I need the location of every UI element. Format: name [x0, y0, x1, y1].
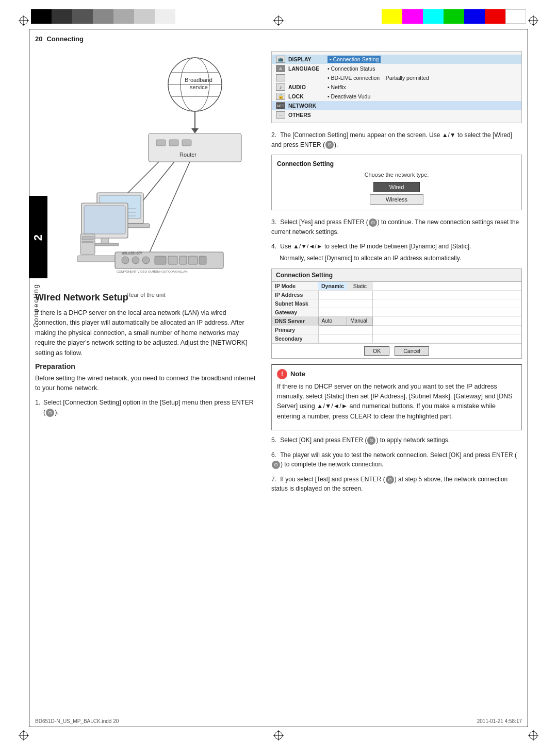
svg-marker-6 [191, 128, 199, 133]
rear-of-unit-label: Rear of the unit [35, 292, 257, 298]
network-diagram-area: Broadband service Router [35, 51, 257, 288]
reg-mark-tc [273, 15, 284, 26]
lock-options: • Deactivate Vudu [327, 93, 370, 99]
language-label: LANGUAGE [288, 65, 324, 72]
svg-rect-12 [182, 140, 191, 146]
step1-text: Select [Connection Setting] option in th… [43, 399, 254, 416]
step-5: 5. Select [OK] and press ENTER (⊙) to ap… [271, 435, 522, 445]
ip-bottom-row: OK Cancel [272, 343, 521, 358]
color-bars-left [31, 9, 175, 24]
svg-text:COAXIAL: COAXIAL [168, 270, 182, 273]
ip-address-row: IP Address [272, 290, 521, 299]
connection-setting-box-1: Connection Setting Choose the network ty… [271, 155, 522, 210]
prep-body-text: Before setting the wired network, you ne… [35, 374, 257, 394]
svg-rect-36 [155, 256, 166, 264]
page-border-left [29, 29, 29, 727]
svg-text:COMPONENT VIDEO OUT: COMPONENT VIDEO OUT [117, 270, 155, 273]
menu-row-lock: 🔒 LOCK • Deactivate Vudu [272, 92, 521, 101]
svg-text:LAN: LAN [122, 251, 127, 254]
step-2: 2. The [Connection Setting] menu appear … [271, 130, 522, 149]
footer-left: BD651D-N_US_MP_BALCK.indd 20 [35, 718, 119, 724]
secondary-value[interactable] [318, 334, 373, 343]
others-icon: ··· [276, 111, 285, 119]
svg-rect-10 [156, 140, 166, 146]
cancel-button[interactable]: Cancel [395, 346, 429, 356]
step-1: 1. Select [Connection Setting] option in… [35, 398, 257, 418]
page-border-top [29, 29, 528, 29]
svg-rect-30 [82, 241, 93, 243]
reg-mark-br [528, 730, 538, 741]
svg-rect-29 [82, 237, 93, 240]
menu-row-others: ··· OTHERS [272, 110, 521, 120]
network-label: NETWORK [288, 103, 324, 109]
svg-text:LAN: LAN [182, 270, 188, 273]
wireless-button[interactable]: Wireless [370, 194, 423, 205]
svg-rect-37 [168, 256, 177, 264]
ip-mode-row: IP Mode Dynamic Static [272, 282, 521, 291]
svg-rect-11 [169, 140, 178, 146]
step-4-sub: Normally, select [Dynamic] to allocate a… [271, 254, 522, 263]
menu-row-language: A LANGUAGE • Connection Status [272, 64, 521, 73]
dynamic-option[interactable]: Dynamic [318, 282, 347, 291]
gateway-row: Gateway [272, 308, 521, 316]
step-4: 4. Use ▲/▼/◄/► to select the IP mode bet… [271, 242, 522, 251]
secondary-row: Secondary [272, 334, 521, 343]
svg-rect-39 [188, 256, 198, 264]
menu-row-network: NET NETWORK [272, 101, 521, 110]
svg-point-34 [132, 257, 139, 264]
bdlive-icon [276, 74, 285, 81]
network-icon: NET [276, 102, 285, 109]
display-icon: 📺 [276, 56, 285, 63]
manual-button[interactable]: Manual [347, 316, 373, 325]
svg-text:LAN: LAN [137, 251, 142, 254]
page-number: 20 [35, 35, 42, 43]
gateway-label: Gateway [272, 308, 318, 316]
enter-icon-6: ⊙ [272, 461, 280, 469]
footer-right: 2011-01-21 4:58:17 [477, 718, 522, 724]
audio-icon: ♪ [276, 83, 285, 91]
step-7: 7. If you select [Test] and press ENTER … [271, 475, 522, 494]
primary-value[interactable] [318, 325, 373, 334]
gateway-value[interactable] [318, 308, 373, 316]
svg-text:HDMI OUT: HDMI OUT [153, 270, 168, 273]
reg-mark-bc [273, 730, 284, 741]
enter-icon-3: ⊙ [369, 219, 377, 227]
svg-text:service: service [190, 84, 208, 90]
page-border-right [528, 29, 528, 727]
secondary-label: Secondary [272, 334, 318, 343]
note-header: ! Note [277, 369, 516, 379]
network-diagram-svg: Broadband service Router [35, 51, 257, 288]
static-option[interactable]: Static [347, 282, 373, 291]
enter-icon-2: ⊙ [325, 141, 334, 149]
conn-btn-row: Wired Wireless [277, 182, 516, 205]
right-column: 📺 DISPLAY • Connection Setting A LANGUAG… [271, 51, 522, 721]
ok-button[interactable]: OK [364, 346, 389, 356]
left-column: Broadband service Router [35, 51, 257, 721]
svg-line-14 [125, 162, 159, 195]
wired-button[interactable]: Wired [373, 182, 420, 192]
svg-text:Router: Router [179, 152, 196, 158]
language-icon: A [276, 65, 285, 72]
page-border-bottom [29, 727, 528, 727]
ip-address-value[interactable] [318, 290, 373, 299]
note-body: If there is no DHCP server on the networ… [277, 382, 516, 422]
dns-server-row: DNS Server Auto Manual [272, 316, 521, 325]
svg-text:LAN: LAN [129, 251, 135, 254]
ip-setting-box: Connection Setting IP Mode Dynamic Stati… [271, 268, 522, 359]
svg-rect-25 [101, 238, 109, 243]
conn-setting-body-1: Choose the network type. [277, 172, 516, 178]
svg-text:Broadband: Broadband [185, 77, 212, 83]
main-content: 20 Connecting Broadb [35, 35, 522, 721]
step-3: 3. Select [Yes] and press ENTER (⊙) to c… [271, 217, 522, 237]
enter-icon-7: ⊙ [386, 476, 394, 484]
two-column-layout: Broadband service Router [35, 51, 522, 721]
subnet-row: Subnet Mask [272, 299, 521, 308]
svg-rect-24 [84, 206, 125, 234]
reg-mark-tr [528, 15, 538, 26]
enter-icon: ⊙ [46, 409, 54, 417]
subnet-value[interactable] [318, 299, 373, 308]
page-footer: BD651D-N_US_MP_BALCK.indd 20 2011-01-21 … [35, 718, 522, 724]
audio-options: • Netflix [327, 84, 346, 90]
svg-rect-40 [199, 256, 206, 264]
auto-button[interactable]: Auto [318, 316, 347, 325]
